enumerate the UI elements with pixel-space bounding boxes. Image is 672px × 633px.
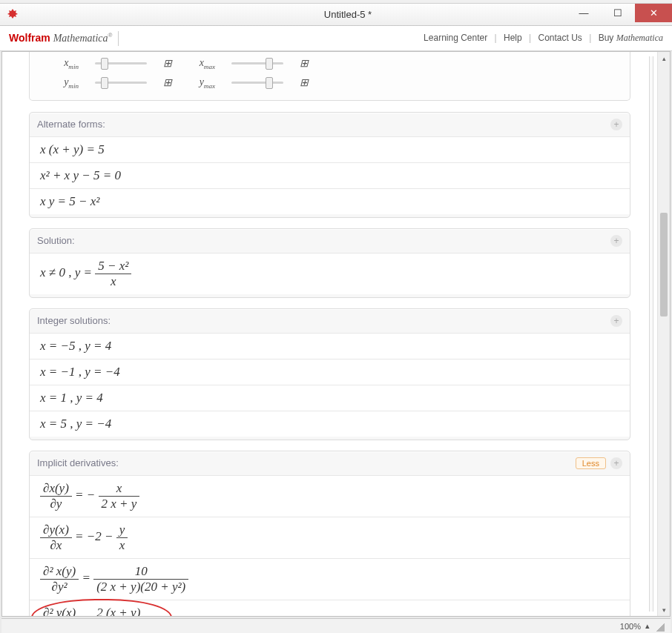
implicit-derivative-row: ∂² y(x)∂x² = 2 (x + y)x²	[30, 600, 630, 616]
brand-mathematica: Mathematica	[53, 33, 108, 44]
notebook-scroll: xmin ⊞ xmax ⊞ ymin ⊞ ymax ⊞ Alternate fo…	[2, 52, 657, 616]
ymax-slider[interactable]	[231, 78, 283, 88]
brand: Wolfram Mathematica®	[9, 32, 112, 44]
integer-solution-row: x = −5 , y = 4	[30, 333, 630, 359]
brand-wolfram: Wolfram	[9, 32, 50, 44]
titlebar: Untitled-5 * — ☐ ✕	[0, 4, 672, 26]
document-area: xmin ⊞ xmax ⊞ ymin ⊞ ymax ⊞ Alternate fo…	[1, 51, 671, 617]
vertical-scrollbar[interactable]: ▴ ▾	[657, 52, 670, 616]
xmin-expand-icon[interactable]: ⊞	[163, 57, 172, 70]
implicit-derivative-row: ∂² x(y)∂y² = 10(2 x + y)(20 + y²)	[30, 558, 630, 600]
zoom-level[interactable]: 100%	[620, 622, 641, 631]
solution-row: x ≠ 0 , y = 5 − x² x	[30, 253, 630, 294]
alternate-form-row: x² + x y − 5 = 0	[30, 162, 630, 188]
status-bar: 100% ▴	[1, 618, 671, 633]
xmin-label: xmin	[52, 57, 79, 70]
minimize-button[interactable]: —	[567, 4, 601, 22]
brand-divider	[118, 31, 119, 46]
pod-title: Alternate forms:	[37, 119, 610, 130]
less-button[interactable]: Less	[576, 457, 606, 469]
pod-integer-solutions: Integer solutions: + x = −5 , y = 4 x = …	[29, 308, 630, 440]
xmin-slider[interactable]	[95, 59, 147, 69]
link-contact-us[interactable]: Contact Us	[538, 33, 582, 43]
resize-grip[interactable]	[654, 621, 665, 632]
pod-title: Integer solutions:	[37, 315, 610, 326]
integer-solution-row: x = −1 , y = −4	[30, 359, 630, 385]
product-bar: Wolfram Mathematica® Learning Center | H…	[0, 26, 672, 51]
scroll-thumb[interactable]	[660, 213, 668, 316]
maximize-button[interactable]: ☐	[601, 4, 635, 22]
top-links: Learning Center | Help | Contact Us | Bu…	[424, 33, 663, 44]
ymin-label: ymin	[52, 76, 79, 90]
app-icon	[6, 8, 19, 21]
plot-range-controls: xmin ⊞ xmax ⊞ ymin ⊞ ymax ⊞	[29, 52, 630, 101]
ymin-slider[interactable]	[95, 78, 147, 88]
xmax-slider[interactable]	[231, 59, 283, 69]
pod-solution: Solution: + x ≠ 0 , y = 5 − x² x	[29, 228, 630, 298]
alternate-form-row: x y = 5 − x²	[30, 188, 630, 214]
ymax-expand-icon[interactable]: ⊞	[300, 76, 309, 89]
implicit-derivative-row: ∂x(y)∂y = − x2 x + y	[30, 475, 630, 517]
zoom-up-icon[interactable]: ▴	[645, 621, 650, 631]
scroll-up-icon[interactable]: ▴	[658, 52, 670, 64]
alternate-form-row: x (x + y) = 5	[30, 136, 630, 162]
link-help[interactable]: Help	[504, 33, 522, 43]
pod-expand-icon[interactable]: +	[610, 315, 622, 327]
link-learning-center[interactable]: Learning Center	[424, 33, 487, 43]
pod-expand-icon[interactable]: +	[610, 119, 622, 130]
scroll-down-icon[interactable]: ▾	[658, 603, 670, 616]
implicit-derivative-row: ∂y(x)∂x = −2 − yx	[30, 517, 630, 558]
integer-solution-row: x = 1 , y = 4	[30, 385, 630, 411]
pod-alternate-forms: Alternate forms: + x (x + y) = 5 x² + x …	[29, 112, 630, 218]
xmax-expand-icon[interactable]: ⊞	[300, 57, 309, 70]
pod-title: Implicit derivatives:	[37, 457, 576, 468]
xmax-label: xmax	[188, 57, 215, 70]
ymax-label: ymax	[188, 76, 215, 90]
pod-implicit-derivatives: Implicit derivatives: Less + ∂x(y)∂y = −…	[29, 451, 630, 616]
link-buy-mathematica[interactable]: Buy Mathematica	[599, 33, 663, 43]
pod-expand-icon[interactable]: +	[610, 457, 622, 469]
close-button[interactable]: ✕	[635, 4, 672, 22]
ymin-expand-icon[interactable]: ⊞	[163, 76, 172, 89]
integer-solution-row: x = 5 , y = −4	[30, 411, 630, 437]
pod-expand-icon[interactable]: +	[610, 235, 622, 247]
pod-title: Solution:	[37, 235, 610, 246]
